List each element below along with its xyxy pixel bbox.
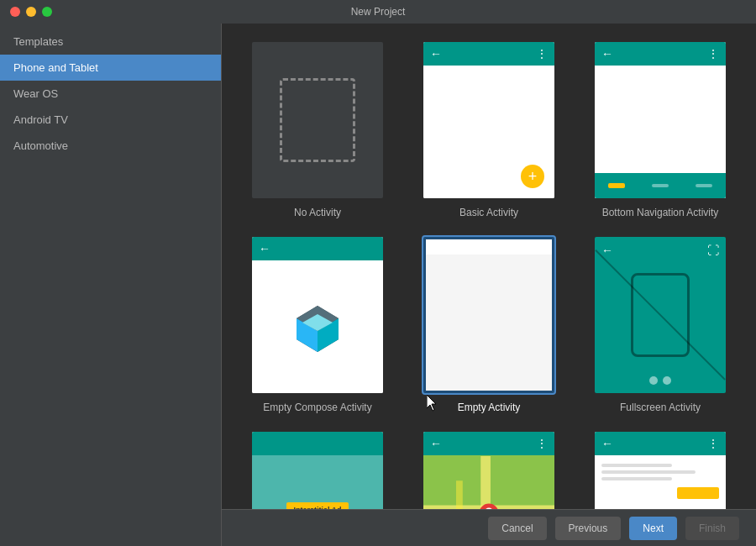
- template-label-empty-compose: Empty Compose Activity: [263, 402, 371, 413]
- svg-rect-7: [480, 456, 491, 509]
- footer: Cancel Previous Next Finish: [222, 509, 756, 546]
- template-preview-basic-activity[interactable]: ← ⋮ +: [422, 40, 556, 200]
- template-preview-interstitial-ad[interactable]: Interstitial Ad: [250, 430, 385, 509]
- template-preview-google-maps[interactable]: ← ⋮: [422, 430, 556, 509]
- previous-button[interactable]: Previous: [555, 517, 622, 540]
- sidebar-header: Templates: [0, 24, 221, 55]
- settings-back-icon: ←: [601, 437, 613, 450]
- back-arrow-icon-2: ←: [601, 47, 613, 60]
- content-area: No Activity ← ⋮ + Basic Activity: [222, 24, 756, 546]
- template-basic-activity[interactable]: ← ⋮ + Basic Activity: [413, 40, 564, 218]
- back-arrow-icon: ←: [430, 47, 442, 60]
- fullscreen-back-icon: ←: [601, 244, 613, 257]
- sidebar-item-phone-tablet[interactable]: Phone and Tablet: [0, 55, 221, 81]
- fab-icon: +: [521, 165, 544, 188]
- sidebar-item-android-tv[interactable]: Android TV: [0, 107, 221, 133]
- svg-rect-9: [456, 480, 463, 509]
- template-fullscreen[interactable]: ← ⛶ Fullscreen Activity: [585, 235, 736, 413]
- template-preview-empty-compose[interactable]: ←: [250, 235, 385, 395]
- template-preview-settings[interactable]: ← ⋮: [593, 430, 727, 509]
- maximize-button[interactable]: [42, 7, 52, 17]
- template-label-fullscreen: Fullscreen Activity: [620, 402, 701, 413]
- template-empty-compose[interactable]: ← Empty Compose Ac: [242, 235, 393, 413]
- close-button[interactable]: [10, 7, 20, 17]
- menu-dots-icon-2: ⋮: [707, 47, 719, 60]
- menu-dots-icon: ⋮: [536, 47, 548, 60]
- cube-icon: [292, 302, 343, 352]
- map-svg: [423, 455, 554, 509]
- next-button[interactable]: Next: [629, 517, 677, 540]
- window-title: New Project: [351, 6, 406, 18]
- template-preview-fullscreen[interactable]: ← ⛶: [593, 235, 727, 395]
- ad-banner-label: Interstitial Ad: [286, 502, 348, 509]
- settings-menu-icon: ⋮: [707, 437, 719, 450]
- phone-outline: [631, 273, 690, 357]
- template-no-activity[interactable]: No Activity: [242, 40, 393, 218]
- compose-back-icon: ←: [259, 242, 270, 255]
- window-controls[interactable]: [10, 7, 52, 17]
- template-settings[interactable]: ← ⋮ Settings Activity: [585, 430, 736, 509]
- template-preview-empty-activity[interactable]: ←: [422, 235, 556, 395]
- template-empty-activity[interactable]: ← Empty Activity: [413, 235, 564, 413]
- maps-menu-icon: ⋮: [536, 437, 548, 450]
- title-bar: New Project: [0, 0, 756, 24]
- bottom-nav-bar: [595, 173, 726, 198]
- sidebar-item-automotive[interactable]: Automotive: [0, 133, 221, 159]
- expand-icon: ⛶: [707, 244, 719, 257]
- template-label-basic-activity: Basic Activity: [459, 207, 518, 218]
- templates-grid: No Activity ← ⋮ + Basic Activity: [222, 24, 756, 509]
- sidebar-item-wear-os[interactable]: Wear OS: [0, 81, 221, 107]
- main-content: Templates Phone and Tablet Wear OS Andro…: [0, 24, 756, 546]
- template-preview-bottom-nav[interactable]: ← ⋮: [593, 40, 727, 200]
- template-interstitial-ad[interactable]: Interstitial Ad Google AdMob Interstitia…: [242, 430, 393, 509]
- no-activity-icon: [280, 78, 355, 162]
- template-preview-no-activity[interactable]: [250, 40, 385, 200]
- maps-back-icon: ←: [430, 437, 442, 450]
- sidebar: Templates Phone and Tablet Wear OS Andro…: [0, 24, 222, 546]
- template-bottom-nav[interactable]: ← ⋮ Bottom Navigation A: [585, 40, 736, 218]
- template-google-maps[interactable]: ← ⋮: [413, 430, 564, 509]
- minimize-button[interactable]: [26, 7, 36, 17]
- back-arrow-icon-3: ←: [426, 240, 438, 254]
- template-label-empty-activity: Empty Activity: [458, 402, 521, 413]
- template-label-no-activity: No Activity: [294, 207, 341, 218]
- template-label-bottom-nav: Bottom Navigation Activity: [602, 207, 719, 218]
- finish-button[interactable]: Finish: [685, 517, 739, 540]
- cancel-button[interactable]: Cancel: [488, 517, 546, 540]
